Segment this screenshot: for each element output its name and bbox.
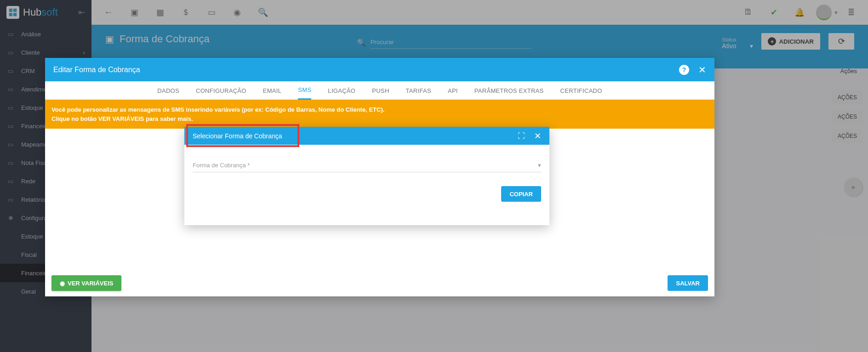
ver-variaveis-button[interactable]: ◉VER VARIÁVEIS (51, 275, 121, 291)
dialog-selecionar-forma-cobranca: Selecionar Forma de Cobrança ⛶ ✕ Forma d… (184, 127, 549, 225)
tab-tarifas[interactable]: TARIFAS (406, 81, 431, 100)
dialog-header: Selecionar Forma de Cobrança ⛶ ✕ (184, 127, 549, 145)
forma-cobranca-select[interactable]: Forma de Cobrança * ▾ (193, 159, 541, 172)
tab-sms[interactable]: SMS (298, 81, 311, 100)
chevron-down-icon: ▾ (538, 162, 541, 169)
salvar-button[interactable]: SALVAR (668, 275, 708, 291)
dialog-footer: ◉VER VARIÁVEIS SALVAR (45, 270, 714, 296)
tab-email[interactable]: EMAIL (263, 81, 282, 100)
dialog-title: Editar Forma de Cobrança (53, 66, 140, 74)
field-label: Forma de Cobrança * (193, 162, 250, 169)
alert-line-1: Você pode personalizar as mensagens de S… (51, 105, 708, 114)
fullscreen-button[interactable]: ⛶ (518, 132, 525, 140)
tab-api[interactable]: API (448, 81, 458, 100)
eye-icon: ◉ (60, 280, 65, 287)
tab-dados[interactable]: DADOS (157, 81, 179, 100)
copiar-button[interactable]: COPIAR (501, 186, 541, 202)
dialog-title: Selecionar Forma de Cobrança (193, 132, 282, 140)
dialog-header: Editar Forma de Cobrança ? ✕ (45, 58, 714, 81)
info-alert: Você pode personalizar as mensagens de S… (45, 100, 714, 129)
tab-certificado[interactable]: CERTIFICADO (560, 81, 602, 100)
tabs: DADOS CONFIGURAÇÃO EMAIL SMS LIGAÇÃO PUS… (45, 81, 714, 100)
button-label: COPIAR (509, 191, 533, 198)
close-button[interactable]: ✕ (698, 65, 706, 74)
tab-configuracao[interactable]: CONFIGURAÇÃO (196, 81, 246, 100)
button-label: SALVAR (676, 280, 700, 287)
help-button[interactable]: ? (679, 65, 689, 75)
tab-ligacao[interactable]: LIGAÇÃO (328, 81, 355, 100)
close-button[interactable]: ✕ (534, 132, 541, 140)
tab-push[interactable]: PUSH (372, 81, 389, 100)
button-label: VER VARIÁVEIS (68, 280, 113, 287)
alert-line-2: Clique no botão VER VARIÁVEIS para saber… (51, 114, 708, 124)
tab-parametros-extras[interactable]: PARÂMETROS EXTRAS (474, 81, 544, 100)
